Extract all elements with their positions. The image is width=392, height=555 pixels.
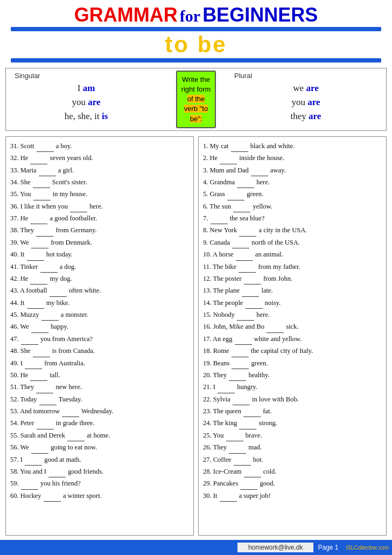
ex-text: Mum and Dad — [210, 166, 249, 174]
ex-blank[interactable] — [233, 202, 250, 212]
ex-text: I — [20, 359, 23, 367]
ex-blank[interactable] — [31, 442, 48, 453]
ex-blank[interactable] — [33, 177, 50, 188]
ex-blank[interactable] — [243, 406, 261, 417]
ex-blank[interactable] — [36, 225, 53, 236]
ex-blank[interactable] — [244, 274, 261, 285]
ex-blank[interactable] — [239, 262, 256, 273]
ex-blank[interactable] — [235, 334, 252, 345]
ex-text: The poster — [213, 275, 242, 282]
ex-blank[interactable] — [220, 491, 237, 502]
ex-rest: green. — [251, 359, 268, 367]
ex-text: She — [20, 178, 31, 186]
ex-blank[interactable] — [30, 370, 47, 381]
ex-blank[interactable] — [31, 238, 48, 248]
ex-blank[interactable] — [21, 334, 38, 345]
left-ex-item: 44. It my bike. — [10, 298, 189, 309]
ex-text: And tomorrow — [20, 407, 60, 415]
ex-blank[interactable] — [239, 418, 256, 429]
ex-num: 4. — [203, 178, 208, 186]
right-ex-item: 2. He inside the house. — [203, 153, 382, 164]
ex-text: Beans — [213, 359, 230, 367]
ex-blank[interactable] — [229, 442, 246, 453]
ex-blank[interactable] — [226, 431, 243, 441]
ex-blank[interactable] — [237, 310, 254, 321]
ex-blank[interactable] — [234, 455, 251, 466]
ex-text: Peter — [20, 419, 34, 427]
right-ex-item: 13. The plane late. — [203, 286, 382, 296]
ex-blank[interactable] — [25, 358, 42, 369]
ex-num: 28. — [203, 468, 212, 475]
ex-blank[interactable] — [231, 141, 248, 152]
title-tobe: to be — [5, 32, 387, 57]
ex-blank[interactable] — [211, 213, 228, 224]
left-ex-item: 42. He my dog. — [10, 274, 189, 285]
ex-blank[interactable] — [33, 189, 51, 200]
left-ex-item: 54. Peter in grade three. — [10, 418, 189, 429]
ex-blank[interactable] — [67, 431, 85, 441]
ex-blank[interactable] — [21, 478, 38, 489]
ex-blank[interactable] — [40, 262, 58, 273]
ex-blank[interactable] — [39, 165, 56, 176]
ex-rest: seven years old. — [50, 154, 93, 162]
ex-blank[interactable] — [244, 467, 261, 477]
left-ex-item: 60. Hockey a winter sport. — [10, 491, 189, 502]
ex-blank[interactable] — [30, 153, 47, 164]
left-ex-item: 39. We from Denmark. — [10, 238, 189, 248]
ex-blank[interactable] — [50, 286, 67, 296]
ex-rest: here. — [256, 178, 270, 186]
ex-blank[interactable] — [232, 346, 249, 357]
ex-text: Canada — [210, 239, 230, 246]
ex-blank[interactable] — [62, 406, 79, 417]
instr-line5: be": — [190, 115, 202, 123]
ex-blank[interactable] — [240, 478, 257, 489]
ex-blank[interactable] — [267, 322, 284, 332]
ex-blank[interactable] — [218, 382, 235, 393]
ex-blank[interactable] — [30, 274, 47, 285]
ex-blank[interactable] — [251, 165, 268, 176]
ex-text: The plane — [213, 287, 240, 294]
ex-blank[interactable] — [227, 189, 244, 200]
ex-blank[interactable] — [41, 310, 59, 321]
ex-num: 54. — [10, 419, 19, 427]
left-ex-item: 59. you his friend? — [10, 478, 189, 489]
ex-blank[interactable] — [37, 141, 54, 152]
ex-text: A football — [20, 287, 47, 294]
ex-text: An egg — [213, 335, 232, 343]
ex-blank[interactable] — [25, 455, 42, 466]
ex-blank[interactable] — [246, 298, 263, 309]
ex-blank[interactable] — [232, 358, 249, 369]
ex-blank[interactable] — [237, 177, 254, 188]
ex-blank[interactable] — [27, 298, 44, 309]
ex-blank[interactable] — [232, 238, 249, 248]
ex-blank[interactable] — [27, 249, 44, 260]
ex-rest: green. — [247, 190, 263, 198]
ex-blank[interactable] — [233, 394, 250, 405]
ex-blank[interactable] — [70, 202, 87, 212]
ex-blank[interactable] — [220, 153, 237, 164]
verb-are-sing: are — [88, 97, 100, 107]
ex-blank[interactable] — [48, 467, 66, 477]
ex-blank[interactable] — [31, 322, 48, 332]
ex-blank[interactable] — [239, 225, 256, 236]
ex-rest: healthy. — [248, 371, 269, 379]
ex-blank[interactable] — [33, 346, 50, 357]
ex-blank[interactable] — [30, 213, 47, 224]
right-ex-item: 26. They mad. — [203, 442, 382, 453]
ex-num: 53. — [10, 407, 19, 415]
ex-num: 6. — [203, 203, 208, 210]
ex-blank[interactable] — [229, 370, 246, 381]
ex-blank[interactable] — [37, 418, 54, 429]
ex-blank[interactable] — [242, 286, 259, 296]
ex-blank[interactable] — [39, 394, 57, 405]
ex-rest: white and yellow. — [254, 335, 302, 343]
ex-num: 3. — [203, 166, 208, 174]
right-ex-item: 24. The king strong. — [203, 418, 382, 429]
ex-blank[interactable] — [236, 249, 253, 260]
right-ex-item: 19. Beans green. — [203, 358, 382, 369]
ex-blank[interactable] — [36, 382, 53, 393]
ex-blank[interactable] — [44, 491, 61, 502]
ex-num: 21. — [203, 383, 212, 391]
ex-rest: from Denmark. — [51, 239, 92, 246]
ex-num: 16. — [203, 323, 212, 330]
